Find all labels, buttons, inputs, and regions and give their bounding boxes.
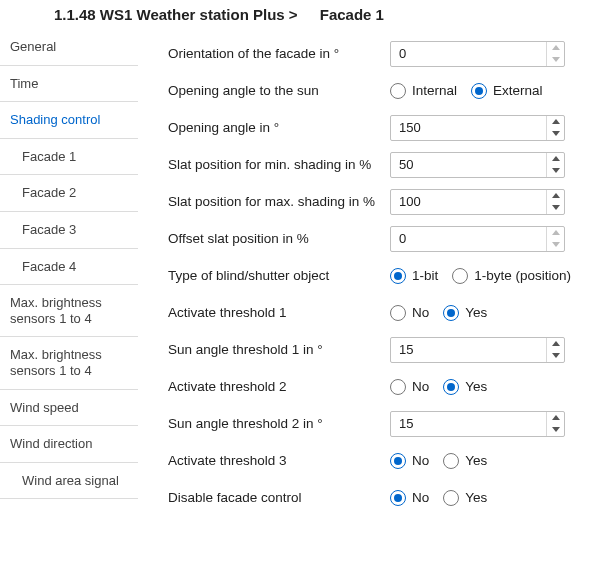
sidebar-item-3[interactable]: Facade 1 [0,139,138,176]
openAngleSun-option-1-label: External [493,83,543,98]
offsetSlat-spinner[interactable]: 0 [390,226,565,252]
actThr2-option-0[interactable]: No [390,379,429,395]
sunThr1-value[interactable]: 15 [391,338,546,362]
slatMax-spinner[interactable]: 100 [390,189,565,215]
disableFacade-option-0-label: No [412,490,429,505]
slatMax-down[interactable] [547,202,564,214]
sidebar-item-4[interactable]: Facade 2 [0,175,138,212]
row-disableFacade: Disable facade control No Yes [168,479,590,516]
row-slatMax: Slat position for max. shading in % 100 [168,183,590,220]
sidebar: GeneralTimeShading controlFacade 1Facade… [0,29,138,522]
orientation-spinner[interactable]: 0 [390,41,565,67]
sunThr1-up[interactable] [547,338,564,350]
actThr2-label: Activate threshold 2 [168,379,390,394]
openAngleSun-option-0[interactable]: Internal [390,83,457,99]
breadcrumb: 1.1.48 WS1 Weather station Plus > Facade… [0,0,600,29]
blindType-control: 1-bit 1-byte (position) [390,268,590,284]
sunThr1-spinner[interactable]: 15 [390,337,565,363]
actThr3-option-1[interactable]: Yes [443,453,487,469]
sunThr2-up[interactable] [547,412,564,424]
slatMax-up[interactable] [547,190,564,202]
actThr1-option-0-label: No [412,305,429,320]
actThr3-control: No Yes [390,453,590,469]
slatMax-label: Slat position for max. shading in % [168,194,390,209]
blindType-option-0[interactable]: 1-bit [390,268,438,284]
row-sunThr2: Sun angle threshold 2 in ° 15 [168,405,590,442]
slatMax-control: 100 [390,189,590,215]
row-openAngle: Opening angle in ° 150 [168,109,590,146]
breadcrumb-root: 1.1.48 WS1 Weather station Plus > [54,6,298,23]
radio-icon [443,379,459,395]
actThr2-option-0-label: No [412,379,429,394]
row-actThr2: Activate threshold 2 No Yes [168,368,590,405]
openAngleSun-control: Internal External [390,83,590,99]
openAngle-control: 150 [390,115,590,141]
slatMin-up[interactable] [547,153,564,165]
row-orientation: Orientation of the facade in ° 0 [168,35,590,72]
sunThr2-spinner[interactable]: 15 [390,411,565,437]
sidebar-item-1[interactable]: Time [0,66,138,103]
radio-icon [390,305,406,321]
row-actThr1: Activate threshold 1 No Yes [168,294,590,331]
radio-icon [390,490,406,506]
actThr1-option-1[interactable]: Yes [443,305,487,321]
disableFacade-label: Disable facade control [168,490,390,505]
blindType-option-1[interactable]: 1-byte (position) [452,268,571,284]
slatMin-down[interactable] [547,165,564,177]
blindType-option-1-label: 1-byte (position) [474,268,571,283]
disableFacade-control: No Yes [390,490,590,506]
row-offsetSlat: Offset slat position in % 0 [168,220,590,257]
actThr3-option-0-label: No [412,453,429,468]
sunThr1-label: Sun angle threshold 1 in ° [168,342,390,357]
sidebar-item-11[interactable]: Wind area signal [0,463,138,500]
orientation-down[interactable] [547,54,564,66]
offsetSlat-label: Offset slat position in % [168,231,390,246]
radio-icon [390,83,406,99]
radio-icon [471,83,487,99]
sidebar-item-10[interactable]: Wind direction [0,426,138,463]
sunThr1-down[interactable] [547,350,564,362]
row-sunThr1: Sun angle threshold 1 in ° 15 [168,331,590,368]
sunThr1-control: 15 [390,337,590,363]
sidebar-item-0[interactable]: General [0,29,138,66]
offsetSlat-down[interactable] [547,239,564,251]
radio-icon [390,379,406,395]
blindType-label: Type of blind/shutter object [168,268,390,283]
offsetSlat-up[interactable] [547,227,564,239]
openAngle-down[interactable] [547,128,564,140]
slatMin-spinner[interactable]: 50 [390,152,565,178]
openAngle-up[interactable] [547,116,564,128]
disableFacade-option-0[interactable]: No [390,490,429,506]
sidebar-item-2[interactable]: Shading control [0,102,138,139]
offsetSlat-value[interactable]: 0 [391,227,546,251]
actThr1-option-0[interactable]: No [390,305,429,321]
slatMax-value[interactable]: 100 [391,190,546,214]
radio-icon [443,305,459,321]
radio-icon [390,453,406,469]
openAngleSun-option-1[interactable]: External [471,83,543,99]
orientation-control: 0 [390,41,590,67]
sunThr2-value[interactable]: 15 [391,412,546,436]
actThr1-label: Activate threshold 1 [168,305,390,320]
slatMin-control: 50 [390,152,590,178]
row-slatMin: Slat position for min. shading in % 50 [168,146,590,183]
disableFacade-option-1[interactable]: Yes [443,490,487,506]
actThr2-option-1[interactable]: Yes [443,379,487,395]
openAngle-label: Opening angle in ° [168,120,390,135]
row-actThr3: Activate threshold 3 No Yes [168,442,590,479]
orientation-up[interactable] [547,42,564,54]
sidebar-item-8[interactable]: Max. brightness sensors 1 to 4 [0,337,138,389]
sidebar-item-7[interactable]: Max. brightness sensors 1 to 4 [0,285,138,337]
slatMin-value[interactable]: 50 [391,153,546,177]
actThr3-option-0[interactable]: No [390,453,429,469]
sunThr2-down[interactable] [547,424,564,436]
actThr2-option-1-label: Yes [465,379,487,394]
openAngle-spinner[interactable]: 150 [390,115,565,141]
openAngle-value[interactable]: 150 [391,116,546,140]
sidebar-item-9[interactable]: Wind speed [0,390,138,427]
radio-icon [443,490,459,506]
sidebar-item-6[interactable]: Facade 4 [0,249,138,286]
sidebar-item-5[interactable]: Facade 3 [0,212,138,249]
actThr3-option-1-label: Yes [465,453,487,468]
orientation-value[interactable]: 0 [391,42,546,66]
